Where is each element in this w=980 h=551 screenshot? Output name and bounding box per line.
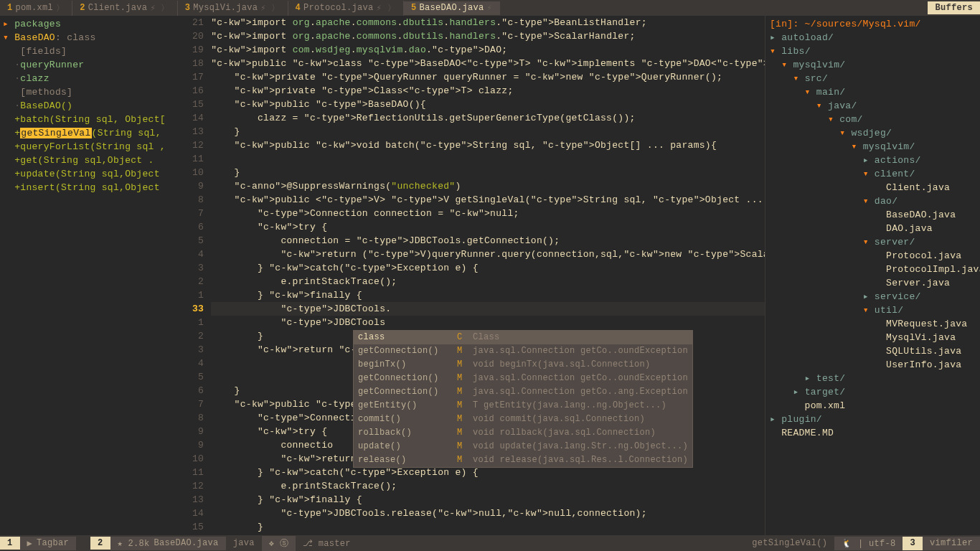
tree-dir[interactable]: ▾ wsdjeg/: [770, 126, 976, 140]
tagbar-fields-label: [fields]: [20, 46, 67, 57]
tagbar-class[interactable]: BaseDAO: [14, 32, 55, 43]
completion-item[interactable]: getEntity()M T getEntity(java.lang..ng.O…: [354, 399, 692, 413]
tagbar-field[interactable]: clazz: [20, 73, 50, 84]
completion-item[interactable]: beginTx()Mvoid beginTx(java.sql.Connecti…: [354, 358, 692, 372]
tab-pom[interactable]: 1 pom.xml 〉: [0, 1, 72, 16]
completion-item[interactable]: getConnection()Mjava.sql.Connection getC…: [354, 372, 692, 385]
tree-file[interactable]: DAO.java: [770, 222, 976, 235]
status-encoding: 🐧 | utf-8: [834, 537, 903, 550]
tab-bar: 1 pom.xml 〉 2 Client.java ⚡ 〉 3 MysqlVi.…: [0, 0, 980, 16]
tree-file[interactable]: UserInfo.java: [770, 358, 976, 372]
tree-file[interactable]: MVRequest.java: [770, 317, 976, 331]
tagbar-panel: ▸ packages ▾ BaseDAO: class [fields] ·qu…: [0, 16, 192, 535]
tagbar-method[interactable]: update(String sql,Object: [20, 169, 159, 179]
tree-dir[interactable]: ▸ plugin/: [770, 413, 976, 426]
completion-item[interactable]: rollback()Mvoid rollback(java.sql.Connec…: [354, 426, 692, 440]
tree-dir[interactable]: ▾ util/: [770, 303, 976, 317]
tree-dir[interactable]: ▾ mysqlvim/: [770, 58, 976, 72]
tree-dir[interactable]: ▾ libs/: [770, 44, 976, 58]
tree-dir[interactable]: ▸ target/: [770, 385, 976, 399]
status-filesize: ★ 2.8k BaseDAO.java: [110, 537, 226, 550]
tree-dir[interactable]: ▾ java/: [770, 99, 976, 113]
tree-file[interactable]: BaseDAO.java: [770, 208, 976, 222]
tree-dir[interactable]: ▾ client/: [770, 167, 976, 181]
tagbar-method-current[interactable]: getSingleVal: [20, 128, 91, 138]
filetree-header: [in]: ~/sources/Mysql.vim/: [770, 17, 976, 31]
status-line: 1 ▶ Tagbar 2 ★ 2.8k BaseDAO.java java ❖ …: [0, 535, 980, 551]
tree-dir[interactable]: ▸ service/: [770, 290, 976, 303]
completion-item[interactable]: update()Mvoid update(java.lang.Str..ng.O…: [354, 440, 692, 453]
tab-mysqlvi[interactable]: 3 MysqlVi.java ⚡ 〉: [178, 1, 288, 16]
completion-item[interactable]: commit()Mvoid commit(java.sql.Connection…: [354, 413, 692, 426]
status-filetype: java: [226, 537, 262, 550]
status-tagbar-label: ▶ Tagbar: [20, 537, 77, 550]
completion-item[interactable]: getConnection()Mjava.sql.Connection getC…: [354, 344, 692, 358]
tree-file[interactable]: ProtocolImpl.java: [770, 263, 976, 276]
tagbar-methods-label: [methods]: [20, 87, 72, 98]
tree-dir[interactable]: ▾ server/: [770, 235, 976, 249]
status-left-num: 1: [0, 537, 20, 550]
tab-client[interactable]: 2 Client.java ⚡ 〉: [72, 1, 177, 16]
status-right-num: 3: [903, 537, 923, 550]
tagbar-method[interactable]: queryForList(String sql ,: [20, 141, 166, 152]
tree-file[interactable]: Protocol.java: [770, 249, 976, 263]
tree-dir[interactable]: ▸ actions/: [770, 154, 976, 167]
tagbar-method[interactable]: get(String sql,Object .: [20, 155, 154, 166]
completion-item[interactable]: release()Mvoid release(java.sql.Res..l.C…: [354, 453, 692, 467]
tree-file[interactable]: Server.java: [770, 276, 976, 290]
status-vimfiler-label: vimfiler: [923, 537, 980, 550]
tagbar-method[interactable]: batch(String sql, Object[: [20, 114, 166, 125]
tree-dir[interactable]: ▸ test/: [770, 372, 976, 385]
status-center-num: 2: [90, 537, 110, 550]
completion-item[interactable]: getConnection()Mjava.sql.Connection getC…: [354, 385, 692, 399]
tagbar-packages[interactable]: packages: [14, 19, 61, 29]
tree-file[interactable]: Client.java: [770, 181, 976, 194]
tree-dir[interactable]: ▾ mysqlvim/: [770, 140, 976, 154]
tree-dir[interactable]: ▾ dao/: [770, 194, 976, 208]
completion-item[interactable]: classCClass: [354, 331, 692, 344]
tree-file[interactable]: pom.xml: [770, 399, 976, 413]
tree-file[interactable]: MysqlVi.java: [770, 331, 976, 344]
tab-protocol[interactable]: 4 Protocol.java ⚡ 〉: [288, 1, 404, 16]
tree-file[interactable]: SQLUtils.java: [770, 344, 976, 358]
tree-dir[interactable]: ▾ src/: [770, 72, 976, 85]
tree-dir[interactable]: ▾ com/: [770, 113, 976, 126]
file-tree-panel: [in]: ~/sources/Mysql.vim/ ▸ autoload/▾ …: [765, 16, 980, 535]
status-vcs: ❖ ⓢ: [262, 536, 296, 551]
tagbar-method[interactable]: BaseDAO(): [20, 100, 72, 111]
tree-file[interactable]: README.MD: [770, 426, 976, 440]
tree-dir[interactable]: ▸ autoload/: [770, 31, 976, 44]
code-editor[interactable]: 2120191817161514131211109876543213312345…: [192, 16, 765, 535]
tagbar-method[interactable]: insert(String sql,Object: [20, 182, 159, 193]
tagbar-field[interactable]: queryRunner: [20, 60, 84, 70]
status-branch: ⎇ master: [296, 537, 358, 550]
tree-dir[interactable]: ▾ main/: [770, 85, 976, 99]
buffers-button[interactable]: Buffers: [928, 1, 980, 14]
completion-popup[interactable]: classCClassgetConnection()Mjava.sql.Conn…: [353, 330, 693, 468]
status-func: getSingleVal(): [745, 537, 834, 550]
tab-basedao[interactable]: 5 BaseDAO.java ⚡: [404, 1, 500, 15]
line-gutter: 2120191817161514131211109876543213312345…: [192, 16, 211, 534]
